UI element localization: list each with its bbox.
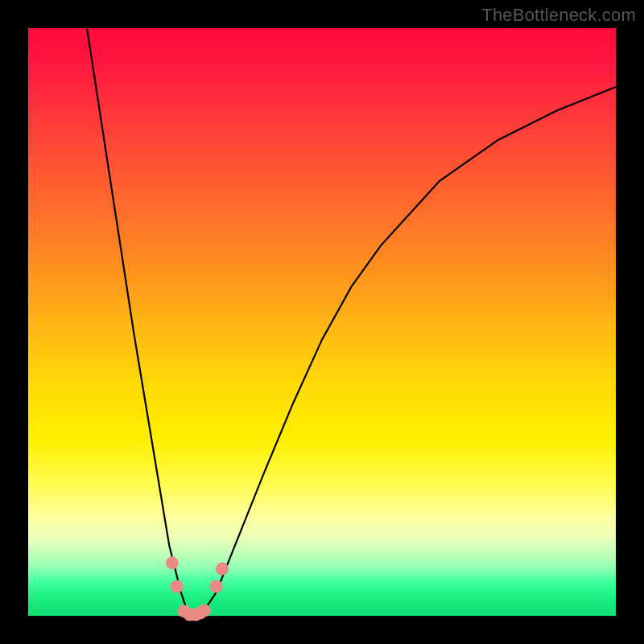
point-a (166, 556, 179, 569)
point-i (216, 563, 229, 576)
chart-frame: TheBottleneck.com (0, 0, 644, 644)
point-b (171, 580, 184, 593)
chart-svg (28, 28, 616, 616)
curve-path (87, 28, 616, 616)
curve-markers (166, 556, 229, 621)
watermark-text: TheBottleneck.com (481, 5, 636, 26)
point-g (198, 604, 211, 617)
plot-area (28, 28, 616, 616)
point-h (210, 580, 223, 593)
